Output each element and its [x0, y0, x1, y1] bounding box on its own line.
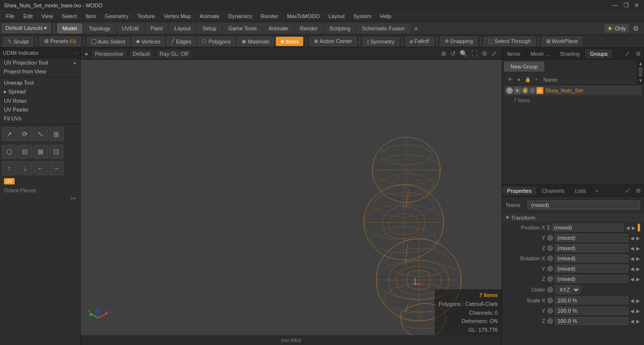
- props-popout-icon[interactable]: ⤢: [622, 186, 633, 195]
- rot-z-right[interactable]: ▶: [636, 276, 640, 282]
- uv-projection-tool[interactable]: UV Projection Tool ▸: [0, 58, 80, 67]
- tab-render[interactable]: Render: [294, 23, 323, 33]
- scale-x-input[interactable]: [555, 297, 628, 304]
- menu-system[interactable]: System: [350, 12, 376, 20]
- rot-x-left[interactable]: ◀: [630, 256, 634, 261]
- rot-z-input[interactable]: [555, 275, 628, 283]
- props-tab-lists[interactable]: Lists: [570, 186, 592, 195]
- menu-help[interactable]: Help: [376, 12, 395, 20]
- scale-z-right[interactable]: ▶: [636, 319, 640, 324]
- pos-x-right[interactable]: ▶: [632, 225, 636, 230]
- icon-uv1[interactable]: ⊟: [18, 145, 32, 159]
- sculpt-btn[interactable]: ✎ Sculpt: [3, 37, 33, 46]
- vp-icon-settings[interactable]: ⚙: [481, 49, 489, 58]
- menu-animate[interactable]: Animate: [196, 12, 223, 20]
- transform-section[interactable]: ▾ Transform: [502, 213, 644, 222]
- scale-y-circle[interactable]: [547, 308, 553, 314]
- scroll-down-icon[interactable]: ▼: [638, 78, 643, 83]
- unwrap-tool[interactable]: Unwrap Tool: [0, 78, 80, 87]
- settings-icon[interactable]: ⚙: [630, 23, 642, 33]
- icon-select[interactable]: ⬡: [2, 145, 17, 159]
- icon-left[interactable]: ←: [33, 161, 48, 175]
- menu-dynamics[interactable]: Dynamics: [224, 12, 256, 20]
- star-only-control[interactable]: ★ Only: [604, 24, 629, 33]
- icon-grid[interactable]: ⊞: [49, 127, 64, 141]
- materials-btn[interactable]: ◉ Materials: [237, 37, 274, 46]
- pos-z-left[interactable]: ◀: [630, 246, 634, 251]
- tab-layout[interactable]: Layout: [169, 23, 196, 33]
- props-tab-channels[interactable]: Channels: [537, 186, 570, 195]
- rot-y-right[interactable]: ▶: [636, 266, 640, 272]
- panel-settings-icon[interactable]: ⚙: [633, 49, 644, 58]
- rot-z-circle[interactable]: [547, 276, 553, 282]
- viewport-projection[interactable]: Perspective: [92, 50, 126, 58]
- scale-z-input[interactable]: [555, 317, 628, 325]
- layout-dropdown[interactable]: Default Layouts ▾: [2, 23, 51, 33]
- spread-item[interactable]: ▸ Spread: [0, 87, 80, 96]
- tab-paint[interactable]: Paint: [145, 23, 168, 33]
- group-row-sheanuts[interactable]: 👁 ■ 🔒 + G Shea_Nuts_Set: [504, 85, 642, 96]
- icon-up[interactable]: ↑: [2, 161, 17, 175]
- items-btn[interactable]: ◈ Items: [276, 37, 303, 46]
- uv-relax[interactable]: UV Relax: [0, 96, 80, 105]
- edges-btn[interactable]: ╱ Edges: [167, 37, 196, 46]
- menu-select[interactable]: Select: [58, 12, 81, 20]
- scale-x-circle[interactable]: [547, 298, 553, 303]
- name-field-input[interactable]: [528, 201, 640, 209]
- icon-right[interactable]: →: [49, 161, 64, 175]
- snapping-btn[interactable]: ✛ Snapping: [440, 37, 478, 46]
- symmetry-btn[interactable]: | Symmetry: [363, 37, 399, 46]
- pos-y-right[interactable]: ▶: [636, 235, 640, 241]
- expand-btn[interactable]: >>: [0, 194, 80, 202]
- add-tab-btn[interactable]: +: [411, 23, 421, 33]
- tab-topology[interactable]: Topology: [83, 23, 115, 33]
- tab-groups[interactable]: Groups: [585, 49, 613, 58]
- vertices-btn[interactable]: ◆ Vertices: [132, 37, 165, 46]
- vp-icon-expand[interactable]: ⛶: [470, 49, 479, 58]
- falloff-btn[interactable]: ⌀ Falloff: [405, 37, 434, 46]
- pos-z-circle[interactable]: [547, 245, 553, 251]
- new-group-button[interactable]: New Group: [504, 62, 544, 71]
- autoselect-btn[interactable]: Auto Select: [87, 37, 130, 46]
- vp-icon-transform[interactable]: ⊕: [440, 49, 447, 58]
- pos-y-circle[interactable]: [547, 235, 553, 241]
- workplane-btn[interactable]: ⊞ WorkPlane: [542, 37, 583, 46]
- tab-animate[interactable]: Animate: [263, 23, 293, 33]
- viewport-raygl[interactable]: Ray GL: Off: [157, 50, 191, 58]
- tab-model[interactable]: Model: [57, 23, 83, 33]
- menu-render[interactable]: Render: [257, 12, 282, 20]
- tab-shading[interactable]: Shading: [555, 49, 585, 58]
- selectthrough-btn[interactable]: ⬚ Select Through: [484, 37, 535, 46]
- menu-vertexmap[interactable]: Vertex Map: [160, 12, 195, 20]
- fit-uvs[interactable]: Fit UVs: [0, 114, 80, 123]
- polygons-btn[interactable]: ⬡ Polygons: [198, 37, 235, 46]
- scale-z-circle[interactable]: [547, 318, 553, 324]
- menu-item[interactable]: Item: [82, 12, 100, 20]
- menu-view[interactable]: View: [38, 12, 57, 20]
- scale-y-left[interactable]: ◀: [630, 308, 634, 314]
- vis-icon1[interactable]: 👁: [506, 87, 513, 94]
- menu-geometry[interactable]: Geometry: [101, 12, 132, 20]
- vp-icon-search[interactable]: 🔍: [459, 49, 468, 58]
- tab-setup[interactable]: Setup: [197, 23, 222, 33]
- pos-z-right[interactable]: ▶: [636, 246, 640, 251]
- uv-peeler[interactable]: UV Peeler: [0, 105, 80, 114]
- panel-popout-icon[interactable]: ⤢: [622, 49, 633, 58]
- tab-scripting[interactable]: Scripting: [324, 23, 356, 33]
- pos-y-left[interactable]: ◀: [630, 235, 634, 241]
- pos-x-left[interactable]: ◀: [626, 225, 630, 230]
- menu-edit[interactable]: Edit: [20, 12, 37, 20]
- tab-mesh[interactable]: Mesh ...: [526, 49, 555, 58]
- pos-y-input[interactable]: [555, 234, 628, 242]
- presets-btn[interactable]: ⚙ Presets F6: [40, 37, 81, 46]
- order-dropdown[interactable]: XYZ XZY YXZ YZX ZXY ZYX: [555, 285, 580, 294]
- tab-gametools[interactable]: Game Tools: [223, 23, 263, 33]
- props-add-tab[interactable]: +: [591, 186, 602, 195]
- project-from-view[interactable]: Project from View: [0, 67, 80, 76]
- tab-uvedit[interactable]: UVEdit: [117, 23, 144, 33]
- scale-x-right[interactable]: ▶: [636, 298, 640, 303]
- minimize-btn[interactable]: —: [612, 2, 619, 9]
- props-tab-properties[interactable]: Properties: [502, 186, 537, 195]
- menu-texture[interactable]: Texture: [133, 12, 159, 20]
- menu-layout[interactable]: Layout: [325, 12, 349, 20]
